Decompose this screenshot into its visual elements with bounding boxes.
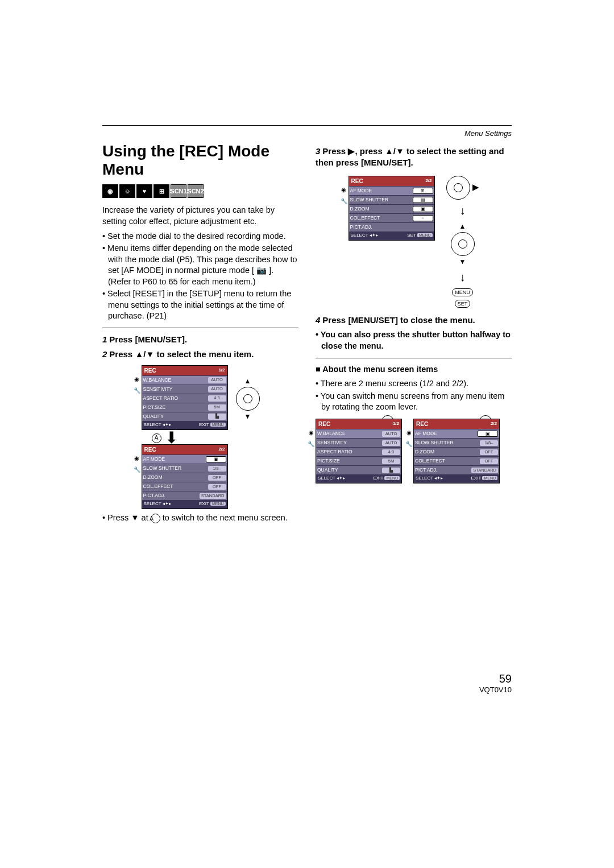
movie-icon: ⊞ [154, 184, 169, 198]
section-header: Menu Settings [102, 129, 512, 138]
menu-screen-3: ◉ 🔧 REC2/2 AF MODE⊞ SLOW SHUTTER▤ D.ZOOM… [349, 176, 435, 241]
camera-tab-icon: ◉ [134, 454, 140, 461]
controller-icon [236, 387, 260, 411]
about-bullet: You can switch menu screens from any men… [316, 391, 512, 413]
menu-screen-1: ◉ 🔧 REC1/2 W.BALANCEAUTO SENSITIVITYAUTO… [142, 365, 228, 430]
set-label: SET [455, 300, 471, 308]
doc-code: VQT0V10 [102, 685, 512, 694]
controller-icon [446, 176, 470, 200]
scn2-icon: SCN2 [188, 184, 204, 198]
controller-icon [451, 232, 475, 256]
wrench-tab-icon: 🔧 [341, 197, 347, 204]
down-arrow-icon: ⬇ [165, 433, 178, 443]
marker-a: A [152, 433, 161, 443]
step-4: 4Press [MENU/SET] to close the menu. [316, 315, 512, 326]
intro-bullet: Select [RESET] in the [SETUP] menu to re… [102, 288, 298, 322]
page-title: Using the [REC] Mode Menu [102, 142, 298, 179]
down-triangle-icon: ▼ [131, 513, 139, 522]
down-arrow-icon: ▼ [244, 412, 251, 421]
wrench-tab-icon: 🔧 [134, 387, 140, 394]
page-number: 59 [102, 672, 512, 685]
wrench-tab-icon: 🔧 [134, 466, 140, 473]
step-2: 2Press ▲/▼ to select the menu item. [102, 349, 298, 360]
menu-label: MENU [452, 288, 473, 296]
down-connector-arrow-icon: ↓ [460, 203, 466, 218]
intro-text: Increase the variety of pictures you can… [102, 205, 298, 227]
heart-icon: ♥ [136, 184, 152, 198]
menu-screen-2: ◉ 🔧 REC2/2 AF MODE▣ SLOW SHUTTER1/8– D.Z… [142, 444, 228, 509]
about-bullet: There are 2 menu screens (1/2 and 2/2). [316, 378, 512, 390]
macro-icon: ☺ [119, 184, 135, 198]
bottom-menu-2: ◉🔧 REC2/2 AF MODE▣ SLOW SHUTTER1/8– D.ZO… [413, 419, 500, 483]
up-down-icon: ▲/▼ [385, 146, 404, 156]
step4-sub: You can also press the shutter button ha… [316, 329, 512, 352]
step2-note: Press ▼ at A to switch to the next menu … [102, 512, 298, 524]
up-arrow-icon: ▲ [459, 222, 466, 231]
up-arrow-icon: ▲ [244, 377, 251, 386]
about-heading: About the menu screen items [316, 364, 512, 375]
up-down-icon: ▲/▼ [135, 349, 154, 359]
camera-tab-icon: ◉ [341, 186, 347, 193]
camera-icon: ◉ [102, 184, 118, 198]
right-arrow-icon: ▶ [472, 182, 479, 193]
bottom-menu-1: ◉🔧 REC1/2 W.BALANCEAUTO SENSITIVITYAUTO … [316, 419, 402, 483]
scn1-icon: SCN1 [171, 184, 186, 198]
camera-tab-icon: ◉ [134, 375, 140, 382]
right-triangle-icon: ▶ [348, 146, 355, 156]
step-1: 1Press [MENU/SET]. [102, 334, 298, 345]
mode-icon-strip: ◉ ☺ ♥ ⊞ SCN1 SCN2 [102, 184, 298, 198]
down-connector-arrow-icon: ↓ [460, 270, 466, 285]
intro-bullet: Menu items differ depending on the mode … [102, 243, 298, 287]
step-3: 3Press ▶, press ▲/▼ to select the settin… [316, 146, 512, 169]
down-arrow-icon: ▼ [459, 257, 466, 266]
intro-bullet: Set the mode dial to the desired recordi… [102, 231, 298, 242]
